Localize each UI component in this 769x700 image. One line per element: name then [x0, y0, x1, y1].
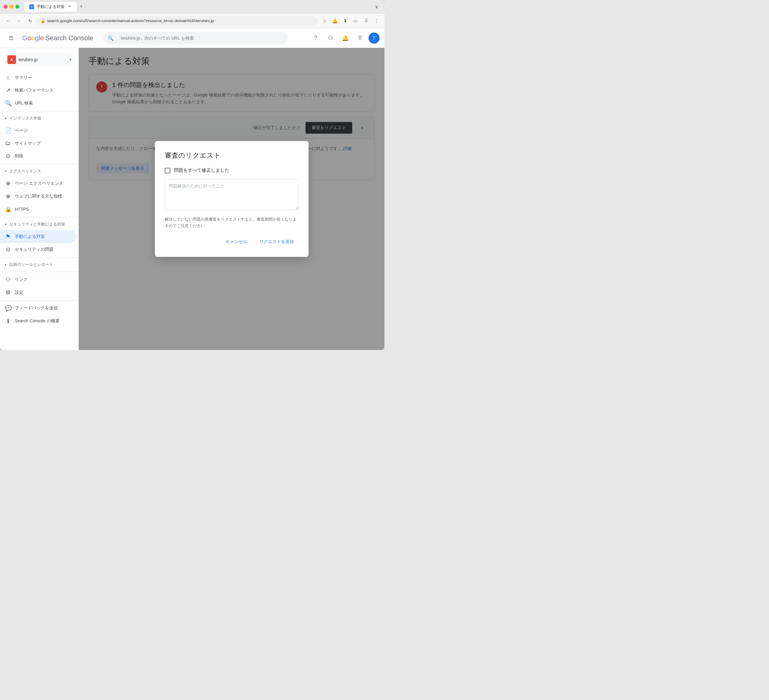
modal-overlay[interactable]: 審査のリクエスト 問題をすべて修正しました 解決していない問題の再審査をリクエス…	[79, 48, 384, 350]
security-section-label: セキュリティと手動による対策	[9, 222, 65, 227]
apps-button[interactable]: ⠿	[354, 32, 366, 44]
index-section-arrow: ▾	[5, 116, 7, 120]
security-icon: 🔒	[40, 19, 45, 23]
index-section-header[interactable]: ▾ インデックス作成	[0, 112, 79, 124]
settings-icon: ⚙	[5, 289, 11, 296]
sidebar-item-security-issues-label: セキュリティの問題	[15, 247, 53, 252]
new-tab-button[interactable]: +	[77, 2, 85, 11]
hamburger-menu-button[interactable]: ☰	[5, 32, 17, 44]
magnify-icon: 🔍	[5, 100, 11, 107]
sidebar-item-page-experience-label: ページ エクスペリエンス	[15, 181, 63, 186]
sidebar-item-summary[interactable]: ⌂ サマリー	[0, 71, 76, 84]
legacy-section-header[interactable]: ▸ 以前のツールとレポート	[0, 259, 79, 270]
sidebar-item-links[interactable]: ⚇ リンク	[0, 273, 76, 286]
sidebar-item-https[interactable]: 🔒 HTTPS	[0, 203, 76, 216]
flag-icon: ⚑	[5, 233, 11, 240]
security-section-arrow: ▾	[5, 223, 7, 226]
nav-divider-1	[0, 111, 79, 111]
active-tab[interactable]: ≡ 手動による対策 ✕	[24, 2, 77, 12]
browser-titlebar: ≡ 手動による対策 ✕ + ∨	[0, 0, 384, 13]
app-container: ☰ Google Google Search Console Search Co…	[0, 28, 384, 350]
sidebar-item-removals-label: 削除	[15, 153, 23, 159]
address-bar[interactable]: 🔒 search.google.com/u/0/search-console/m…	[37, 16, 317, 26]
sidebar-item-removals[interactable]: ⊙ 削除	[0, 150, 76, 162]
address-url: search.google.com/u/0/search-console/man…	[47, 18, 214, 23]
tab-favicon: ≡	[29, 4, 34, 9]
sidebar-item-url-inspection[interactable]: 🔍 URL 検索	[0, 97, 76, 110]
sidebar-item-security-issues[interactable]: ⊙ セキュリティの問題	[0, 243, 76, 256]
search-input[interactable]	[103, 32, 288, 44]
property-selector[interactable]: A teruhiro.jp ▾	[4, 53, 75, 66]
help-button[interactable]: ?	[309, 32, 322, 44]
header-actions: ? ⚇ 🔔 ⠿ T	[309, 32, 380, 44]
property-name: teruhiro.jp	[18, 57, 67, 62]
people-button[interactable]: ⚇	[324, 32, 336, 44]
traffic-lights	[4, 5, 19, 9]
sidebar-item-feedback[interactable]: 💬 フィードバックを送信	[0, 302, 76, 315]
feedback-icon: 💬	[5, 305, 11, 311]
sitemap-icon: 🗂	[5, 140, 11, 146]
minimize-window-button[interactable]	[10, 5, 13, 9]
cancel-button[interactable]: キャンセル	[221, 237, 252, 247]
experience-section-label: エクスペリエンス	[9, 169, 41, 174]
chart-icon: ↗	[5, 87, 11, 94]
description-textarea[interactable]	[165, 180, 299, 210]
notification-button[interactable]: 🔔	[330, 17, 339, 25]
browser-dropdown-button[interactable]: ∨	[372, 2, 381, 11]
https-icon: 🔒	[5, 206, 11, 213]
content-area: 手動による対策 ! 1 件の問題を検出しました 手動による対策の対象となったペー…	[79, 48, 384, 350]
all-fixed-checkbox[interactable]	[165, 168, 170, 173]
property-icon: A	[7, 55, 16, 64]
maximize-window-button[interactable]	[15, 5, 19, 9]
sidebar-item-page-experience[interactable]: ⊕ ページ エクスペリエンス	[0, 177, 76, 190]
browser-actions: ☆ 🔔 ⬇ ▭ ⠿ ⋮	[320, 17, 381, 25]
home-icon: ⌂	[5, 74, 11, 81]
sidebar-item-web-vitals[interactable]: ⊗ ウェブに関する主な指標	[0, 190, 76, 203]
nav-divider-6	[0, 300, 79, 300]
checkbox-label: 問題をすべて修正しました	[174, 167, 229, 173]
reload-button[interactable]: ↻	[26, 17, 34, 25]
browser-toolbar: ← → ↻ 🔒 search.google.com/u/0/search-con…	[0, 13, 384, 28]
notifications-button[interactable]: 🔔	[339, 32, 351, 44]
sidebar-item-search-performance-label: 検索パフォーマンス	[15, 88, 53, 93]
page-experience-icon: ⊕	[5, 180, 11, 187]
sidebar-item-about[interactable]: ℹ Search Console の概要	[0, 315, 76, 328]
property-chevron-icon: ▾	[69, 58, 71, 62]
cast-button[interactable]: ▭	[351, 17, 360, 25]
forward-button[interactable]: →	[15, 17, 23, 25]
experience-section-header[interactable]: ▾ エクスペリエンス	[0, 165, 79, 177]
main-layout: A teruhiro.jp ▾ ⌂ サマリー ↗ 検索パフォーマンス 🔍 URL…	[0, 48, 384, 350]
browser-menu-button[interactable]: ⋮	[372, 17, 381, 25]
search-wrapper: 🔍	[103, 32, 288, 44]
legacy-section-label: 以前のツールとレポート	[9, 262, 53, 267]
modal-actions: キャンセル リクエストを送信	[165, 237, 299, 247]
sidebar-item-links-label: リンク	[15, 277, 28, 283]
sidebar-item-search-performance[interactable]: ↗ 検索パフォーマンス	[0, 84, 76, 97]
sidebar-item-sitemaps-label: サイトマップ	[15, 141, 40, 146]
sidebar-item-settings-label: 設定	[15, 290, 23, 295]
product-name-display: Search Console	[45, 34, 93, 42]
save-button[interactable]: ⬇	[341, 17, 349, 25]
back-button[interactable]: ←	[4, 17, 12, 25]
pages-icon: 📄	[5, 127, 11, 134]
tab-close-button[interactable]: ✕	[67, 4, 72, 9]
sidebar-item-manual-actions[interactable]: ⚑ 手動による対策	[0, 230, 76, 243]
sidebar-item-url-inspection-label: URL 検索	[15, 101, 33, 106]
sidebar-item-about-label: Search Console の概要	[15, 318, 60, 324]
app-header: ☰ Google Google Search Console Search Co…	[0, 28, 384, 48]
experience-section-arrow: ▾	[5, 169, 7, 173]
sidebar-item-sitemaps[interactable]: 🗂 サイトマップ	[0, 137, 76, 150]
sidebar-item-pages[interactable]: 📄 ページ	[0, 124, 76, 137]
sidebar-item-summary-label: サマリー	[15, 75, 32, 80]
security-section-header[interactable]: ▾ セキュリティと手動による対策	[0, 218, 79, 230]
google-logo: Google	[22, 34, 44, 42]
close-window-button[interactable]	[4, 5, 8, 9]
security-issues-icon: ⊙	[5, 246, 11, 253]
submit-button[interactable]: リクエストを送信	[254, 237, 299, 247]
avatar-button[interactable]: T	[368, 32, 380, 43]
sidebar-item-settings[interactable]: ⚙ 設定	[0, 286, 76, 299]
browser-window: ≡ 手動による対策 ✕ + ∨ ← → ↻ 🔒 search.google.co…	[0, 0, 384, 350]
bookmark-button[interactable]: ☆	[320, 17, 328, 25]
nav-divider-3	[0, 217, 79, 217]
browser-extensions-button[interactable]: ⠿	[362, 17, 370, 25]
